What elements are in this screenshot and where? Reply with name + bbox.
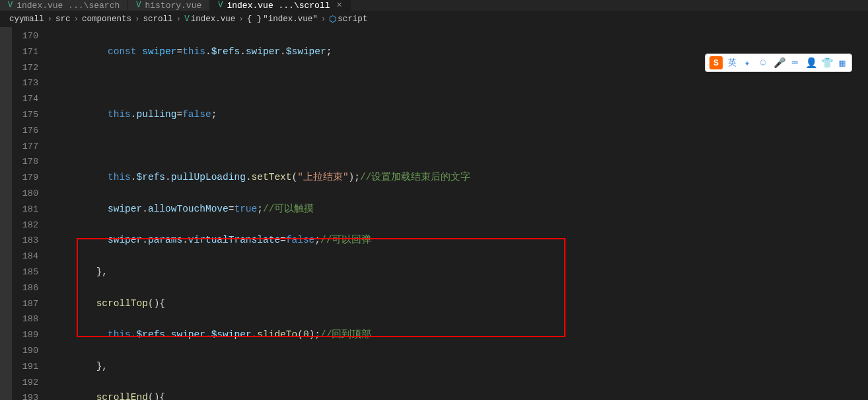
vue-icon: V [218, 1, 223, 10]
vue-icon: V [136, 1, 141, 10]
ime-toolbox-icon[interactable]: ▦ [837, 57, 848, 69]
breadcrumb-item[interactable]: script [338, 15, 367, 24]
ime-punct-icon[interactable]: ✦ [742, 57, 752, 69]
code-area[interactable]: const swiper=this.$refs.swiper.$swiper; … [50, 27, 868, 400]
ime-keyboard-icon[interactable]: ⌨ [789, 57, 800, 69]
breadcrumb-item[interactable]: cyymall [9, 15, 44, 24]
close-icon[interactable]: × [337, 0, 342, 11]
tabs-bar: V index.vue ...\search V history.vue V i… [0, 0, 868, 11]
highlight-box [77, 238, 565, 337]
cube-icon: ⬡ [329, 14, 336, 24]
breadcrumb-item[interactable]: src [55, 15, 71, 24]
ime-skin-icon[interactable]: 👕 [821, 57, 832, 69]
breadcrumb-item[interactable]: index.vue [191, 15, 236, 24]
chevron-right-icon: › [48, 15, 53, 24]
breadcrumb: cyymall › src › components › scroll › V … [0, 11, 868, 27]
chevron-right-icon: › [176, 15, 182, 24]
chevron-right-icon: › [74, 15, 79, 24]
tab-label: index.vue ...\scroll [227, 1, 330, 11]
chevron-right-icon: › [135, 15, 140, 24]
breadcrumb-item[interactable]: scroll [143, 15, 173, 24]
ime-lang-label[interactable]: 英 [728, 57, 737, 69]
chevron-right-icon: › [238, 15, 244, 24]
breadcrumb-item[interactable]: "index.vue" [263, 15, 318, 24]
tab-index-scroll[interactable]: V index.vue ...\scroll × [210, 0, 351, 11]
breadcrumb-item[interactable]: components [82, 15, 131, 24]
tab-index-search[interactable]: V index.vue ...\search [0, 0, 128, 11]
ime-toolbar[interactable]: S 英 ✦ ☺ 🎤 ⌨ 👤 👕 ▦ [705, 54, 852, 72]
tab-label: history.vue [145, 1, 201, 11]
chevron-right-icon: › [321, 15, 326, 24]
line-gutter: 1701711721731741751761771781791801811821… [12, 27, 50, 400]
ime-user-icon[interactable]: 👤 [805, 57, 816, 69]
vue-icon: V [8, 1, 13, 10]
tab-history[interactable]: V history.vue [128, 0, 210, 11]
editor-body: 1701711721731741751761771781791801811821… [0, 27, 868, 400]
ime-mic-icon[interactable]: 🎤 [774, 57, 784, 69]
vue-icon: V [184, 15, 190, 24]
braces-icon: { } [247, 15, 262, 24]
ime-emoji-icon[interactable]: ☺ [758, 58, 768, 69]
activity-bar [0, 27, 12, 400]
tab-label: index.vue ...\search [17, 1, 120, 11]
sogou-logo-icon[interactable]: S [709, 56, 723, 69]
